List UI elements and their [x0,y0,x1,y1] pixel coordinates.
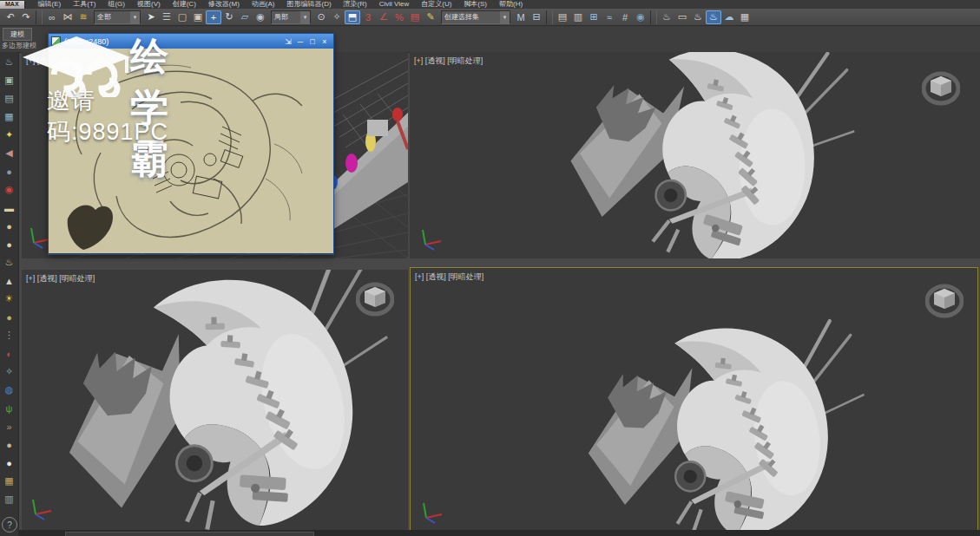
viewcube[interactable] [356,280,394,318]
menu-item[interactable]: 视图(V) [131,0,167,9]
render-setup-icon[interactable]: ♨ [659,10,674,24]
menu-item[interactable]: 编辑(E) [32,0,68,9]
menu-item[interactable]: 自定义(U) [415,0,457,9]
disc-icon[interactable]: ● [2,310,17,324]
cone-icon[interactable]: ▲ [2,273,17,288]
curve-editor-icon[interactable]: ≈ [602,10,617,24]
select-and-scale-icon[interactable]: ▱ [237,10,253,24]
menu-item[interactable]: 组(G) [102,0,131,9]
sheet-list-icon[interactable]: ▤ [2,91,17,106]
menu-item[interactable]: 帮助(H) [493,0,529,9]
window-crossing-icon[interactable]: ▣ [190,10,206,24]
texture-window-icon[interactable]: ▦ [2,474,17,488]
dome-icon[interactable]: ● [2,219,17,233]
viewport-top-right[interactable]: [+] [透视] [明暗处理] [410,52,980,258]
table-grid-icon[interactable]: ▦ [2,109,17,124]
viewcube[interactable] [922,69,960,108]
viewport-label[interactable]: [+] [透视] [明暗处理] [414,56,483,67]
select-and-manipulate-icon[interactable]: ✧ [329,10,345,24]
use-pivot-center-icon[interactable]: ⬒ [345,10,360,24]
scene-explorer-icon[interactable]: ▤ [555,10,570,24]
chevron-down-icon[interactable]: ▾ [500,11,510,23]
teapot-render-icon[interactable]: ♨ [2,55,17,69]
menu-item[interactable]: 动画(A) [246,0,281,9]
material-image-icon[interactable]: ▣ [2,73,17,88]
bird-icon[interactable]: » [2,419,17,434]
snap-toggle-3d-icon[interactable]: 3 [360,10,376,24]
use-center-flyout-icon[interactable]: ⊙ [313,10,329,24]
menu-item[interactable]: 脚本(S) [457,0,493,9]
select-and-move-icon[interactable]: + [206,10,221,24]
close-button[interactable]: × [319,36,331,47]
unlink-selection-icon[interactable]: ⋈ [60,10,76,24]
spinner-snap-icon[interactable]: ▤ [407,10,423,24]
teapot-geometry-icon[interactable]: ♨ [2,255,17,270]
fit-button[interactable]: ⇲ [282,36,294,47]
menu-item[interactable]: 渲染(R) [338,0,373,9]
earth-icon[interactable]: ◍ [2,382,17,397]
layer-explorer-icon[interactable]: ▥ [570,10,586,24]
material-editor-icon[interactable]: ◉ [633,10,648,24]
render-production-icon[interactable]: ♨ [690,10,706,24]
ball-white-icon[interactable]: ● [2,455,17,470]
menu-item[interactable]: 图形编辑器(D) [280,0,337,9]
viewport-bottom-left[interactable]: [+] [透视] [明暗处理] [22,270,408,530]
camera-red-icon[interactable]: ◉ [2,182,17,197]
sphere-beige-icon[interactable]: ● [2,437,17,452]
select-and-link-icon[interactable]: ∞ [44,10,60,24]
clipboard-icon[interactable]: ▥ [2,492,17,507]
selection-filter-dropdown[interactable]: 全部▾ [94,10,141,24]
render-cloud-icon[interactable]: ☁ [721,10,737,24]
ribbon-tab-modeling[interactable]: 建模 [3,28,32,41]
undo-icon[interactable]: ↶ [3,10,18,24]
select-and-rotate-icon[interactable]: ↻ [221,10,237,24]
reference-coordinate-dropdown[interactable]: 局部▾ [271,10,311,24]
viewport-label[interactable]: [+] [透视] [明暗处理] [26,273,95,284]
time-slider[interactable] [65,532,314,536]
capsules-icon[interactable]: ◐ [2,346,17,361]
render-last-icon[interactable]: ▦ [737,10,753,24]
menu-item[interactable]: 修改器(M) [202,0,246,9]
viewcube[interactable] [925,282,964,320]
keyboard-override-icon[interactable]: ✎ [423,10,438,24]
light-bulb-icon[interactable]: ✦ [2,127,17,142]
sound-icon[interactable]: ◀ [2,146,17,160]
rect-selection-region-icon[interactable]: ▢ [174,10,190,24]
slab-icon[interactable]: ▬ [2,200,17,215]
rendered-frame-window-icon[interactable]: ▭ [674,10,690,24]
grass-icon[interactable]: ψ [2,401,17,415]
minimize-button[interactable]: ─ [294,36,306,47]
redo-icon[interactable]: ↷ [18,10,34,24]
select-by-name-icon[interactable]: ☰ [159,10,174,24]
compass-icon[interactable]: ✧ [2,364,17,379]
ribbon-toggle-icon[interactable]: ⊞ [586,10,602,24]
chevron-down-icon[interactable]: ▾ [300,11,310,23]
named-selection-sets-dropdown[interactable]: 创建选择集▾ [441,10,510,24]
chevron-down-icon[interactable]: ▾ [130,11,140,23]
mirror-icon[interactable]: M [513,10,529,24]
sun-icon[interactable]: ☀ [2,291,17,306]
maximize-button[interactable]: □ [306,36,319,47]
rain-particles-icon[interactable]: ⋮ [2,328,17,343]
viewport-bottom-right-scene [411,268,977,534]
geosphere-icon[interactable]: ● [2,164,17,179]
image-viewer-window[interactable]: (3508×2480) ⇲─□× [48,33,334,255]
image-viewer-title-bar[interactable]: (3508×2480) ⇲─□× [49,34,333,49]
select-and-place-icon[interactable]: ◉ [253,10,268,24]
viewport-bottom-right-active[interactable]: [+] [透视] [明暗处理] [411,268,977,534]
help-icon[interactable]: ? [2,517,17,533]
angle-snap-icon[interactable]: ∠ [376,10,391,24]
application-button[interactable]: MAX [0,1,25,9]
menu-item[interactable]: Civil View [373,0,416,9]
bind-to-space-warp-icon[interactable]: ≋ [76,10,91,24]
align-icon[interactable]: ⊟ [529,10,544,24]
viewport-label[interactable]: [+] [透视] [明暗处理] [415,271,483,283]
menu-item[interactable]: 工具(T) [67,0,102,9]
select-object-icon[interactable]: ➤ [143,10,159,24]
menu-item[interactable]: 创建(C) [167,0,202,9]
render-iterative-icon[interactable]: ♨ [706,10,721,24]
percent-snap-icon[interactable]: % [391,10,407,24]
schematic-view-icon[interactable]: # [617,10,633,24]
sphere-icon[interactable]: ● [2,237,17,252]
image-viewer-title: (3508×2480) [64,37,282,46]
